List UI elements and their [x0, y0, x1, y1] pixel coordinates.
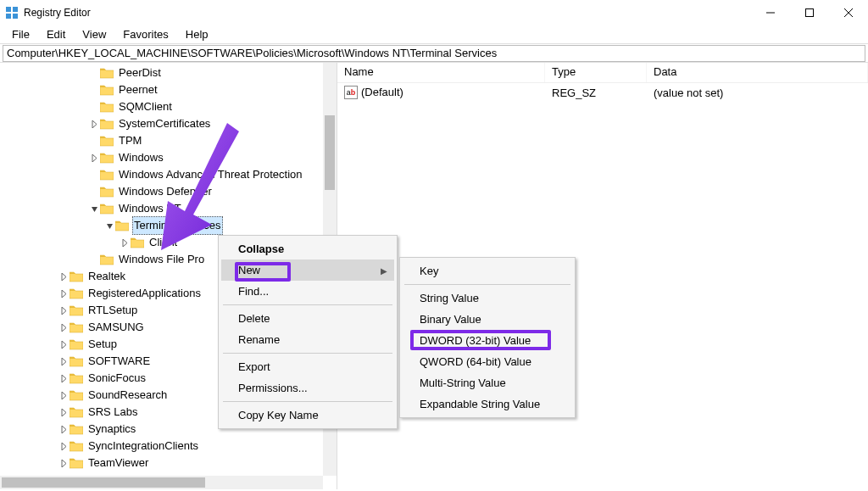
tree-node-label: Windows NT [117, 200, 183, 217]
tree-node[interactable]: Windows NT [0, 200, 323, 217]
expand-toggle-icon[interactable] [103, 222, 115, 230]
address-bar [0, 44, 868, 63]
ctx-new-qword[interactable]: QWORD (64-bit) Value [403, 351, 572, 372]
expand-toggle-icon[interactable] [58, 358, 70, 365]
tree-node-label: SyncIntegrationClients [86, 438, 200, 455]
menu-separator [223, 353, 392, 354]
value-type-cell: REG_SZ [545, 86, 647, 99]
tree-scrollbar-horizontal[interactable] [0, 476, 323, 489]
tree-node-label: PeerDist [117, 64, 163, 81]
values-header: Name Type Data [337, 63, 868, 83]
expand-toggle-icon[interactable] [88, 154, 100, 162]
ctx-copy-key-name[interactable]: Copy Key Name [221, 405, 394, 426]
tree-node-label: Synaptics [86, 421, 137, 438]
ctx-collapse[interactable]: Collapse [221, 238, 394, 259]
col-type[interactable]: Type [545, 63, 647, 82]
title-bar: Registry Editor [0, 0, 868, 25]
tree-node-label: RTLSetup [86, 302, 139, 319]
ctx-new-string[interactable]: String Value [403, 287, 572, 309]
tree-node[interactable]: TPM [0, 132, 323, 149]
svg-rect-1 [13, 7, 18, 12]
tree-node-label: Peernet [117, 81, 159, 98]
expand-toggle-icon[interactable] [58, 307, 70, 315]
menu-favorites[interactable]: Favorites [114, 26, 176, 42]
ctx-export[interactable]: Export [221, 356, 394, 377]
tree-node-label: Windows Defender [117, 183, 214, 200]
string-value-icon: ab [344, 86, 358, 99]
menu-view[interactable]: View [74, 26, 114, 42]
expand-toggle-icon[interactable] [58, 273, 70, 281]
expand-toggle-icon[interactable] [58, 324, 70, 332]
svg-rect-5 [806, 8, 814, 16]
ctx-rename[interactable]: Rename [221, 329, 394, 350]
ctx-find[interactable]: Find... [221, 281, 394, 302]
tree-node[interactable]: Terminal Services [0, 217, 323, 234]
window-controls [751, 0, 868, 25]
tree-node-label: Realtek [86, 268, 127, 285]
expand-toggle-icon[interactable] [88, 205, 100, 213]
tree-node[interactable]: Windows Advanced Threat Protection [0, 166, 323, 183]
menu-help[interactable]: Help [177, 26, 217, 42]
tree-node-label: Client [147, 234, 179, 251]
tree-node[interactable]: SQMClient [0, 98, 323, 115]
expand-toggle-icon[interactable] [58, 392, 70, 399]
tree-node[interactable]: Windows [0, 149, 323, 166]
menu-separator [404, 284, 570, 285]
tree-node[interactable]: PeerDist [0, 64, 323, 81]
tree-node[interactable]: SystemCertificates [0, 115, 323, 132]
tree-node[interactable]: TeamViewer [0, 455, 323, 471]
tree-node-label: SAMSUNG [86, 319, 146, 336]
tree-node-label: RegisteredApplications [86, 285, 203, 302]
expand-toggle-icon[interactable] [58, 341, 70, 349]
tree-node-label: TeamViewer [86, 455, 150, 471]
expand-toggle-icon[interactable] [58, 443, 70, 450]
tree-node-label: SonicFocus [86, 370, 147, 387]
svg-rect-3 [13, 14, 18, 19]
tree-node[interactable]: SyncIntegrationClients [0, 438, 323, 455]
ctx-permissions[interactable]: Permissions... [221, 377, 394, 399]
ctx-new-key[interactable]: Key [403, 260, 572, 282]
expand-toggle-icon[interactable] [58, 409, 70, 416]
window-title: Registry Editor [24, 7, 91, 19]
tree-node[interactable]: Peernet [0, 81, 323, 98]
expand-toggle-icon[interactable] [119, 239, 131, 247]
ctx-new-binary[interactable]: Binary Value [403, 309, 572, 330]
value-row[interactable]: ab(Default) REG_SZ (value not set) [337, 83, 868, 102]
tree-node-label: SystemCertificates [117, 115, 212, 132]
tree-node-label: TPM [117, 132, 143, 149]
close-button[interactable] [829, 0, 868, 25]
col-data[interactable]: Data [647, 63, 868, 82]
tree-node-label: SoundResearch [86, 387, 169, 404]
svg-rect-2 [6, 14, 11, 19]
menu-separator [223, 401, 392, 402]
address-input[interactable] [3, 45, 865, 62]
expand-toggle-icon[interactable] [58, 375, 70, 382]
menu-file[interactable]: File [3, 26, 38, 42]
menu-edit[interactable]: Edit [38, 26, 74, 42]
tree-node-label: Terminal Services [132, 216, 223, 235]
menu-separator [223, 304, 392, 305]
app-icon [5, 6, 19, 20]
tree-node-label: SRS Labs [86, 404, 140, 421]
submenu-arrow-icon: ▶ [381, 265, 387, 275]
ctx-delete[interactable]: Delete [221, 308, 394, 329]
expand-toggle-icon[interactable] [58, 290, 70, 298]
expand-toggle-icon[interactable] [88, 120, 100, 128]
maximize-button[interactable] [790, 0, 829, 25]
ctx-new-dword[interactable]: DWORD (32-bit) Value [403, 330, 572, 351]
col-name[interactable]: Name [337, 63, 545, 82]
tree-node-label: Windows Advanced Threat Protection [117, 166, 304, 183]
expand-toggle-icon[interactable] [58, 460, 70, 467]
tree-node-label: Windows File Pro [117, 251, 206, 268]
menu-bar: File Edit View Favorites Help [0, 25, 868, 44]
ctx-new[interactable]: New ▶ [221, 259, 394, 281]
tree-node[interactable]: Windows Defender [0, 183, 323, 200]
tree-node-label: SQMClient [117, 98, 174, 115]
svg-rect-0 [6, 7, 11, 12]
ctx-new-expandstring[interactable]: Expandable String Value [403, 393, 572, 415]
tree-node-label: SOFTWARE [86, 353, 152, 370]
minimize-button[interactable] [751, 0, 790, 25]
ctx-new-multistring[interactable]: Multi-String Value [403, 372, 572, 393]
new-submenu: Key String Value Binary Value DWORD (32-… [399, 257, 576, 418]
expand-toggle-icon[interactable] [58, 426, 70, 433]
